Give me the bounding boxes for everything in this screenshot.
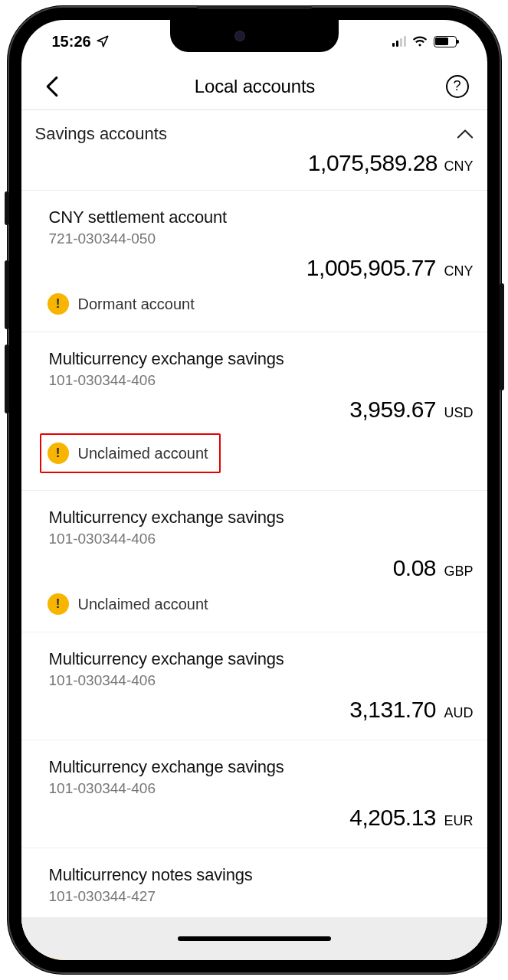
account-number: 101-030344-427 [49,888,474,905]
screen: 15:26 Local accounts ? Savings accounts [21,20,487,960]
status-right [392,35,457,47]
side-button-vol-down [5,345,9,413]
account-name: CNY settlement account [49,207,474,227]
balance-amount: 1,005,905.77 [306,255,436,280]
account-item[interactable]: Multicurrency exchange savings 101-03034… [21,332,487,491]
phone-frame: 15:26 Local accounts ? Savings accounts [9,8,500,972]
status-text: Unclaimed account [78,445,208,462]
account-name: Multicurrency exchange savings [49,757,474,777]
account-balance: 4,205.13 EUR [49,805,474,831]
status-left: 15:26 [52,33,110,51]
location-arrow-icon [96,34,110,48]
content-scroll[interactable]: Savings accounts 1,075,589.28 CNY CNY se… [21,110,487,960]
account-balance: 3,131.70 AUD [49,697,474,723]
section-total-currency: CNY [444,158,473,174]
section-total-amount: 1,075,589.28 [308,150,438,175]
balance-amount: 3,959.67 [349,397,436,422]
account-status: ! Dormant account [48,293,474,315]
help-button[interactable]: ? [446,75,469,98]
notch [170,20,339,52]
account-item[interactable]: Multicurrency exchange savings 101-03034… [21,491,487,632]
account-name: Multicurrency notes savings [49,865,474,885]
status-text: Unclaimed account [78,596,208,613]
account-number: 101-030344-406 [49,531,474,547]
warning-icon: ! [48,443,69,464]
chevron-up-icon [457,129,474,139]
balance-amount: 0.08 [393,555,436,580]
warning-icon: ! [48,293,69,315]
account-status-highlighted: ! Unclaimed account [40,433,221,473]
signal-icon [392,36,406,47]
question-icon: ? [453,78,460,94]
section-total: 1,075,589.28 CNY [35,150,474,176]
account-balance: 3,959.67 USD [49,397,474,423]
account-status: ! Unclaimed account [48,593,474,615]
balance-amount: 3,131.70 [349,697,436,722]
account-name: Multicurrency exchange savings [49,508,474,528]
account-item[interactable]: Multicurrency exchange savings 101-03034… [21,740,487,848]
side-button-vol-up [5,260,9,329]
account-balance: 1,005,905.77 CNY [49,255,474,281]
back-button[interactable] [40,74,64,99]
balance-currency: USD [444,405,473,420]
home-indicator-bar [21,917,487,960]
balance-currency: AUD [444,705,473,720]
side-button-power [500,283,504,390]
account-number: 101-030344-406 [49,372,474,389]
status-text: Dormant account [78,296,195,313]
account-name: Multicurrency exchange savings [49,349,474,369]
account-balance: 0.08 GBP [49,555,474,581]
wifi-icon [412,35,428,47]
chevron-left-icon [45,76,59,97]
battery-icon [434,36,457,47]
page-header: Local accounts ? [21,63,487,110]
status-time: 15:26 [52,33,91,51]
balance-amount: 4,205.13 [349,805,436,830]
balance-currency: CNY [444,263,473,279]
section-title: Savings accounts [35,124,167,144]
account-name: Multicurrency exchange savings [49,649,474,669]
section-header-savings[interactable]: Savings accounts 1,075,589.28 CNY [21,110,487,191]
account-number: 101-030344-406 [49,672,474,689]
home-indicator[interactable] [178,936,331,941]
account-item[interactable]: Multicurrency exchange savings 101-03034… [21,632,487,740]
warning-icon: ! [48,593,69,615]
side-button-mute [5,191,9,225]
balance-currency: GBP [444,564,473,579]
page-title: Local accounts [195,76,315,97]
account-number: 101-030344-406 [49,780,474,797]
camera-dot [234,31,245,41]
account-number: 721-030344-050 [49,230,474,247]
account-item[interactable]: CNY settlement account 721-030344-050 1,… [21,191,487,332]
balance-currency: EUR [444,813,473,828]
